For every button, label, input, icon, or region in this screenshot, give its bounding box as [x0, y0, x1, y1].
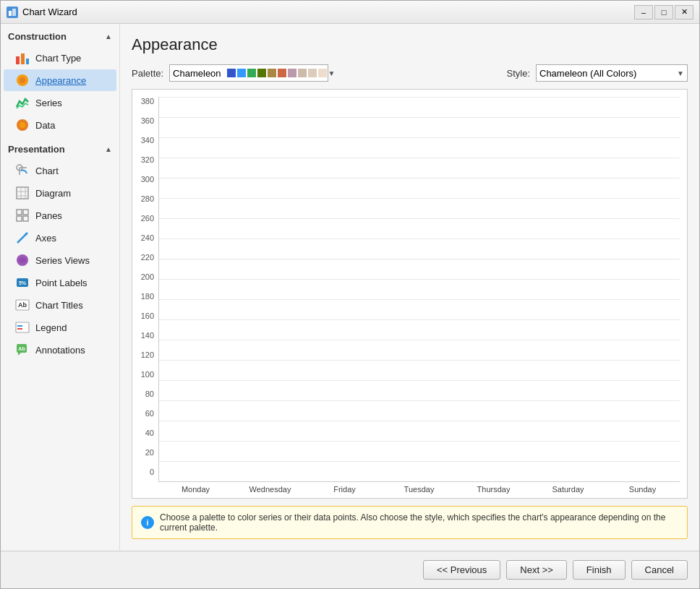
previous-button[interactable]: << Previous — [423, 560, 500, 580]
presentation-label: Presentation — [8, 144, 65, 155]
x-label-sunday: Sunday — [605, 485, 680, 494]
sidebar-item-point-labels[interactable]: 5% Point Labels — [4, 272, 116, 293]
minimize-button[interactable]: – — [634, 5, 653, 20]
chart-inner: 380 360 340 320 300 280 260 240 220 200 … — [132, 90, 687, 498]
style-label: Style: — [506, 68, 530, 79]
series-icon — [15, 95, 30, 110]
construction-chevron: ▲ — [105, 33, 112, 40]
chart-titles-label: Chart Titles — [35, 300, 83, 311]
svg-text:Ab: Ab — [18, 346, 25, 351]
restore-button[interactable]: □ — [654, 5, 673, 20]
swatch-5 — [268, 69, 276, 77]
y-label-140: 140 — [138, 331, 154, 340]
point-labels-label: Point Labels — [35, 278, 88, 288]
y-label-240: 240 — [138, 233, 154, 242]
finish-button[interactable]: Finish — [573, 560, 626, 580]
sidebar-item-panes[interactable]: Panes — [4, 205, 116, 226]
y-label-280: 280 — [138, 194, 154, 203]
appearance-link[interactable]: Appearance — [35, 75, 86, 86]
sidebar-item-chart[interactable]: Chart — [4, 160, 116, 181]
chart-label: Chart — [35, 165, 59, 176]
sidebar-item-chart-titles[interactable]: Ab Chart Titles — [4, 294, 116, 316]
swatch-8 — [298, 69, 307, 77]
presentation-chevron: ▲ — [105, 145, 112, 153]
chart-wizard-window: Chart Wizard – □ ✕ Construction ▲ — [0, 0, 700, 589]
svg-marker-32 — [18, 353, 21, 356]
construction-header[interactable]: Construction ▲ — [1, 27, 119, 46]
svg-rect-2 — [16, 56, 20, 64]
palette-label: Palette: — [132, 68, 163, 79]
sidebar-item-annotations[interactable]: Ab Annotations — [4, 339, 116, 361]
info-icon: i — [141, 516, 154, 529]
series-views-label: Series Views — [35, 255, 90, 266]
svg-rect-19 — [17, 216, 22, 221]
svg-text:Ab: Ab — [18, 301, 27, 309]
x-axis-labels: Monday Wednesday Friday Tuesday Thursday… — [158, 482, 680, 498]
construction-label: Construction — [8, 31, 67, 42]
y-label-340: 340 — [138, 136, 154, 145]
palette-value: Chameleon — [173, 68, 221, 79]
x-label-tuesday: Tuesday — [382, 485, 456, 494]
cancel-button[interactable]: Cancel — [631, 560, 688, 580]
diagram-icon — [15, 186, 30, 200]
window-title: Chart Wizard — [22, 7, 630, 17]
y-label-380: 380 — [138, 97, 154, 106]
style-dropdown-arrow: ▼ — [677, 69, 684, 77]
annotations-icon: Ab — [15, 343, 30, 357]
y-label-40: 40 — [138, 429, 154, 437]
info-bar: i Choose a palette to color series or th… — [132, 506, 688, 539]
sidebar-item-data[interactable]: Data — [4, 114, 116, 136]
right-panel: Appearance Palette: Chameleon — [120, 24, 699, 551]
sidebar-item-series[interactable]: Series — [4, 92, 116, 113]
annotations-label: Annotations — [35, 345, 85, 356]
x-label-monday: Monday — [158, 485, 233, 494]
palette-row: Palette: Chameleon — [132, 64, 688, 82]
diagram-label: Diagram — [35, 188, 71, 199]
sidebar-item-diagram[interactable]: Diagram — [4, 182, 116, 204]
y-label-100: 100 — [138, 370, 154, 379]
panes-label: Panes — [35, 210, 62, 221]
window-icon — [7, 7, 18, 18]
palette-color-swatches — [227, 69, 327, 77]
sidebar-item-series-views[interactable]: Series Views — [4, 249, 116, 271]
swatch-4 — [257, 69, 266, 77]
point-labels-icon: 5% — [15, 275, 30, 290]
data-icon — [15, 118, 30, 132]
y-label-160: 160 — [138, 311, 154, 320]
swatch-2 — [237, 69, 246, 77]
swatch-3 — [247, 69, 256, 77]
y-label-20: 20 — [138, 448, 154, 457]
y-label-200: 200 — [138, 272, 154, 281]
y-label-180: 180 — [138, 292, 154, 301]
sidebar-item-legend[interactable]: Legend — [4, 317, 116, 338]
x-label-thursday: Thursday — [456, 485, 531, 494]
sidebar-item-axes[interactable]: Axes — [4, 227, 116, 249]
sidebar-item-chart-type[interactable]: Chart Type — [4, 47, 116, 69]
swatch-6 — [278, 69, 286, 77]
y-label-300: 300 — [138, 175, 154, 184]
close-button[interactable]: ✕ — [675, 5, 693, 20]
chart-area: 380 360 340 320 300 280 260 240 220 200 … — [132, 89, 688, 499]
bars-container — [158, 97, 680, 482]
svg-text:5%: 5% — [19, 280, 27, 285]
footer: << Previous Next >> Finish Cancel — [1, 551, 699, 588]
chart-plot-area: Monday Wednesday Friday Tuesday Thursday… — [158, 90, 687, 498]
y-label-80: 80 — [138, 390, 154, 398]
y-label-60: 60 — [138, 409, 154, 418]
legend-icon — [15, 320, 30, 335]
chart-nav-icon — [15, 163, 30, 178]
svg-rect-20 — [23, 216, 28, 221]
series-views-icon — [15, 253, 30, 267]
y-label-220: 220 — [138, 253, 154, 262]
series-label: Series — [35, 98, 62, 108]
next-button[interactable]: Next >> — [506, 560, 567, 580]
presentation-section: Presentation ▲ Chart — [1, 139, 119, 361]
swatch-10 — [318, 69, 327, 77]
palette-dropdown[interactable]: Chameleon ▼ — [169, 64, 328, 82]
style-dropdown[interactable]: Chameleon (All Colors) ▼ — [536, 64, 688, 82]
appearance-icon — [15, 73, 30, 87]
sidebar-item-appearance[interactable]: Appearance — [4, 69, 116, 91]
presentation-header[interactable]: Presentation ▲ — [1, 139, 119, 159]
palette-dropdown-arrow: ▼ — [328, 69, 336, 77]
svg-rect-12 — [17, 187, 28, 199]
